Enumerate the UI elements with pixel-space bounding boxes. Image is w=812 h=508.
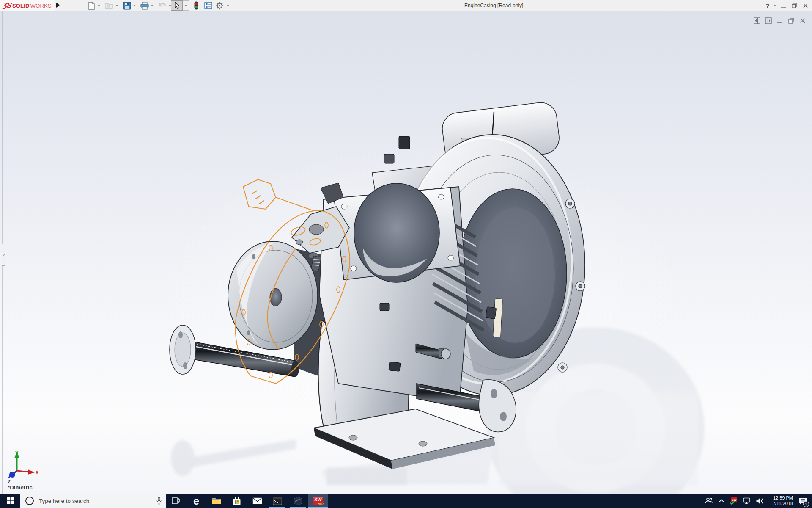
3d-model-engine-casing[interactable] (0, 11, 812, 494)
traffic-light-icon (194, 1, 199, 10)
cover-disc (228, 241, 318, 350)
options-list-icon (204, 2, 212, 9)
select-tool-button[interactable] (171, 0, 183, 11)
windows-taskbar: e (0, 494, 812, 508)
task-view-icon (172, 497, 180, 505)
window-title: EngineCasing [Read-only] (464, 3, 523, 8)
menu-flyout-arrow-icon[interactable] (56, 3, 60, 8)
people-button[interactable] (702, 494, 715, 508)
triad-y-label: Y (15, 450, 19, 456)
settings-gear-icon (216, 2, 224, 10)
search-input[interactable] (39, 498, 166, 504)
store-icon (232, 497, 241, 505)
triad-z-label: Z (8, 479, 11, 484)
print-icon (140, 2, 149, 10)
command-prompt-icon (273, 497, 282, 505)
task-view-button[interactable] (166, 494, 186, 508)
microsoft-store-button[interactable] (227, 494, 247, 508)
hexagon-app-icon (293, 496, 303, 506)
minimize-button[interactable] (779, 0, 787, 11)
command-prompt-button[interactable] (267, 494, 288, 508)
save-floppy-icon (123, 2, 131, 10)
save-button[interactable] (122, 1, 132, 10)
new-document-caret[interactable] (98, 5, 100, 6)
open-button[interactable] (104, 1, 114, 10)
print-caret[interactable] (151, 5, 154, 6)
close-button[interactable] (801, 0, 809, 11)
print-button[interactable] (140, 1, 149, 10)
help-caret[interactable] (774, 5, 776, 6)
solidworks-logo-mark: ƷS (2, 1, 12, 10)
restore-icon (792, 3, 797, 8)
solidworks-icon-sw-text: SW (313, 497, 324, 502)
undo-icon (158, 2, 167, 9)
solidworks-tray-icon: SW (730, 497, 738, 505)
notification-badge: 3 (803, 501, 809, 507)
solidworks-icon-year-text: 2017 (318, 502, 324, 505)
network-button[interactable] (741, 494, 753, 508)
solidworks-app-icon: SW 2017 (313, 495, 324, 506)
view-orientation-label: *Dimetric (8, 484, 33, 491)
start-button[interactable] (0, 494, 20, 508)
edge-icon: e (193, 496, 199, 506)
open-caret[interactable] (115, 5, 118, 6)
undo-button[interactable] (158, 1, 167, 10)
edge-browser-button[interactable]: e (186, 494, 206, 508)
cortana-icon (25, 497, 34, 505)
graphics-viewport[interactable]: Y X Z *Dimetric (0, 11, 812, 494)
triad-x-label: X (36, 470, 39, 475)
edrawings-button[interactable] (288, 494, 308, 508)
clock-date: 7/11/2018 (767, 501, 793, 506)
orientation-triad: Y X Z (6, 450, 40, 488)
solidworks-logo-light: WORKS (30, 3, 52, 9)
network-ethernet-icon (743, 497, 751, 505)
new-document-icon (88, 2, 95, 10)
select-tool-caret[interactable] (183, 0, 189, 11)
taskbar-clock[interactable]: 12:59 PM 7/11/2018 (767, 495, 793, 506)
help-button[interactable]: ? (764, 0, 771, 11)
mail-icon (252, 497, 262, 504)
cylinder-block (319, 183, 484, 403)
save-caret[interactable] (133, 5, 136, 6)
settings-button[interactable] (215, 1, 224, 10)
action-center-button[interactable]: 3 (796, 494, 810, 508)
options-list-button[interactable] (203, 1, 213, 10)
solidworks-monitor-button[interactable]: SW (728, 494, 741, 508)
mail-button[interactable] (247, 494, 267, 508)
system-tray: SW 12:59 PM 7/11/2018 (702, 494, 812, 508)
open-folder-icon (105, 2, 113, 9)
solidworks-logo-bold: SOLID (12, 3, 30, 9)
speaker-icon (756, 497, 764, 505)
file-explorer-button[interactable] (206, 494, 227, 508)
file-explorer-icon (211, 497, 222, 505)
solidworks-app-button[interactable]: SW 2017 (308, 494, 328, 508)
show-desktop-button[interactable] (810, 494, 812, 508)
settings-caret[interactable] (227, 5, 229, 6)
people-icon (705, 497, 713, 504)
windows-logo-icon (7, 497, 14, 504)
show-hidden-icons-button[interactable] (715, 494, 728, 508)
title-bar: ƷS SOLIDWORKS (0, 0, 812, 11)
taskbar-search[interactable] (20, 494, 166, 508)
volume-button[interactable] (753, 494, 766, 508)
restore-button[interactable] (790, 0, 798, 11)
select-cursor-icon (174, 2, 180, 9)
chevron-up-icon (719, 499, 724, 503)
rebuild-button[interactable] (192, 1, 201, 10)
minimize-icon (781, 3, 786, 8)
green-check-icon (730, 500, 736, 505)
new-document-button[interactable] (87, 1, 96, 10)
microphone-icon[interactable] (156, 497, 162, 505)
clock-time: 12:59 PM (767, 495, 793, 501)
close-icon (803, 3, 808, 8)
solidworks-logo: ƷS SOLIDWORKS (0, 0, 55, 11)
